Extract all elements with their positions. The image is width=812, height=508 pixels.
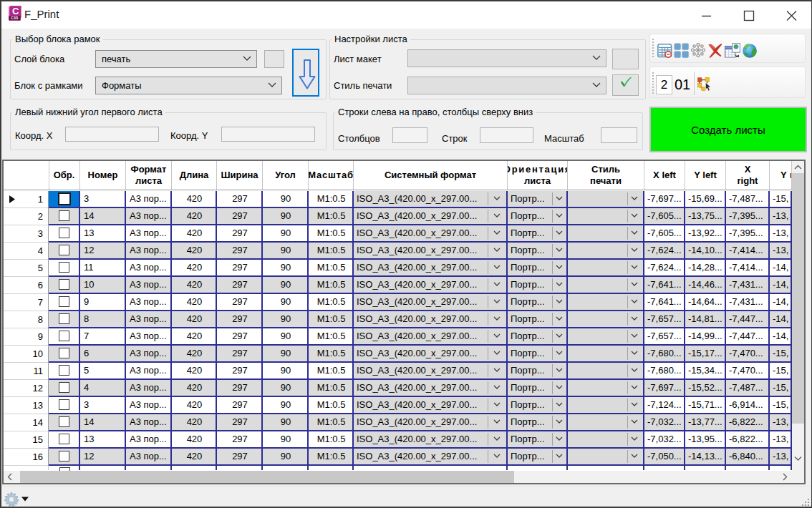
svg-text:C3D: C3D bbox=[11, 16, 19, 20]
svg-text:C: C bbox=[12, 6, 19, 16]
